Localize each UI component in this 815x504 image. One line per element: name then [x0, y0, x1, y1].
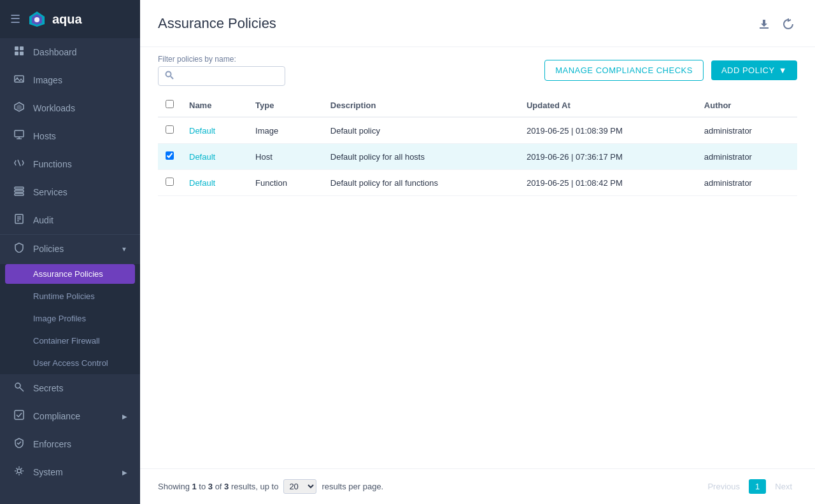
add-policy-button[interactable]: ADD POLICY ▼ [711, 60, 797, 80]
sidebar-item-secrets[interactable]: Secrets [0, 374, 140, 402]
manage-compliance-button[interactable]: MANAGE COMPLIANCE CHECKS [544, 60, 704, 81]
hosts-icon [13, 130, 25, 143]
svg-marker-10 [17, 104, 22, 110]
col-name: Name [181, 94, 248, 117]
search-icon [165, 71, 174, 81]
logo: aqua [27, 9, 82, 29]
col-type: Type [248, 94, 323, 117]
svg-point-25 [17, 469, 21, 473]
svg-rect-7 [15, 76, 24, 82]
system-arrow: ▶ [122, 469, 127, 476]
images-icon [13, 74, 25, 87]
nav-main: Dashboard Images Workloads Hosts Functio… [0, 38, 140, 234]
page-1-button[interactable]: 1 [749, 479, 766, 494]
col-author: Author [697, 94, 797, 117]
col-description: Description [323, 94, 519, 117]
secrets-label: Secrets [33, 383, 63, 393]
svg-rect-16 [15, 190, 24, 192]
svg-rect-24 [15, 410, 24, 419]
system-icon [13, 466, 25, 479]
row-updated-at: 2019-06-26 | 07:36:17 PM [519, 144, 697, 170]
sidebar-item-hosts[interactable]: Hosts [0, 122, 140, 150]
row-name[interactable]: Default [181, 144, 248, 170]
showing-text: Showing 1 to 3 of 3 results, up to [158, 482, 278, 491]
previous-button[interactable]: Previous [702, 479, 745, 494]
svg-rect-3 [15, 46, 18, 50]
row-checkbox-cell [158, 144, 181, 170]
sidebar-item-user-access-control[interactable]: User Access Control [0, 352, 140, 374]
search-input[interactable] [179, 71, 278, 81]
enforcers-label: Enforcers [33, 439, 71, 449]
policies-arrow: ▼ [121, 246, 127, 253]
row-checkbox[interactable] [166, 178, 174, 186]
filter-label: Filter policies by name: [158, 55, 285, 64]
compliance-menu[interactable]: Compliance ▶ [0, 402, 140, 430]
compliance-icon [13, 410, 25, 423]
svg-rect-17 [15, 193, 24, 195]
row-checkbox[interactable] [166, 125, 174, 134]
row-type: Function [248, 170, 323, 196]
system-menu[interactable]: System ▶ [0, 458, 140, 486]
aqua-logo-icon [27, 9, 47, 29]
next-button[interactable]: Next [770, 479, 797, 494]
table-row: Default Function Default policy for all … [158, 170, 797, 196]
row-name[interactable]: Default [181, 170, 248, 196]
row-checkbox[interactable] [166, 151, 174, 160]
row-description: Default policy for all functions [323, 170, 519, 196]
svg-point-22 [15, 383, 20, 388]
select-all-checkbox[interactable] [166, 100, 174, 108]
dashboard-label: Dashboard [33, 47, 77, 57]
policies-submenu: Assurance Policies Runtime Policies Imag… [0, 264, 140, 374]
add-policy-arrow-icon: ▼ [779, 66, 787, 75]
sidebar-item-audit[interactable]: Audit [0, 206, 140, 234]
col-updated-at: Updated At [519, 94, 697, 117]
toolbar: Filter policies by name: MANAGE COMPLIAN… [140, 47, 815, 94]
svg-rect-4 [20, 46, 24, 50]
sidebar-item-functions[interactable]: Functions [0, 150, 140, 178]
sidebar-item-dashboard[interactable]: Dashboard [0, 38, 140, 66]
sidebar-item-container-firewall[interactable]: Container Firewall [0, 330, 140, 352]
table-container: Name Type Description Updated At Author … [140, 94, 815, 468]
row-updated-at: 2019-06-25 | 01:08:42 PM [519, 170, 697, 196]
sidebar-header: ☰ aqua [0, 0, 140, 38]
svg-rect-11 [15, 130, 24, 137]
policies-label: Policies [33, 244, 64, 254]
sidebar-item-image-profiles[interactable]: Image Profiles [0, 307, 140, 330]
svg-line-23 [20, 388, 24, 391]
row-name[interactable]: Default [181, 117, 248, 144]
table-body: Default Image Default policy 2019-06-25 … [158, 117, 797, 196]
row-author: administrator [697, 170, 797, 196]
row-description: Default policy for all hosts [323, 144, 519, 170]
filter-section: Filter policies by name: [158, 55, 285, 86]
row-updated-at: 2019-06-25 | 01:08:39 PM [519, 117, 697, 144]
row-description: Default policy [323, 117, 519, 144]
row-author: administrator [697, 117, 797, 144]
enforcers-icon [13, 438, 25, 451]
sidebar-item-images[interactable]: Images [0, 66, 140, 94]
audit-label: Audit [33, 215, 53, 225]
sidebar-item-workloads[interactable]: Workloads [0, 94, 140, 122]
row-checkbox-cell [158, 117, 181, 144]
policies-table: Name Type Description Updated At Author … [158, 94, 797, 196]
compliance-label: Compliance [33, 411, 80, 421]
audit-icon [13, 214, 25, 227]
download-icon [758, 18, 770, 31]
refresh-button[interactable] [779, 15, 797, 36]
sidebar-item-enforcers[interactable]: Enforcers [0, 430, 140, 458]
sidebar: ☰ aqua Dashboard Images [0, 0, 140, 504]
sidebar-item-assurance-policies[interactable]: Assurance Policies [5, 264, 135, 284]
refresh-icon [782, 18, 795, 31]
download-button[interactable] [755, 15, 773, 36]
dashboard-icon [13, 46, 25, 59]
sidebar-item-services[interactable]: Services [0, 178, 140, 206]
row-type: Host [248, 144, 323, 170]
header-actions [755, 15, 797, 36]
page-title: Assurance Policies [158, 15, 276, 32]
per-page-select[interactable]: 20 50 100 [283, 479, 316, 494]
images-label: Images [33, 75, 62, 85]
sidebar-item-runtime-policies[interactable]: Runtime Policies [0, 285, 140, 307]
policies-menu[interactable]: Policies ▼ [0, 235, 140, 263]
pagination-info: Showing 1 to 3 of 3 results, up to 20 50… [158, 479, 383, 494]
workloads-label: Workloads [33, 103, 75, 113]
menu-icon[interactable]: ☰ [10, 12, 20, 26]
